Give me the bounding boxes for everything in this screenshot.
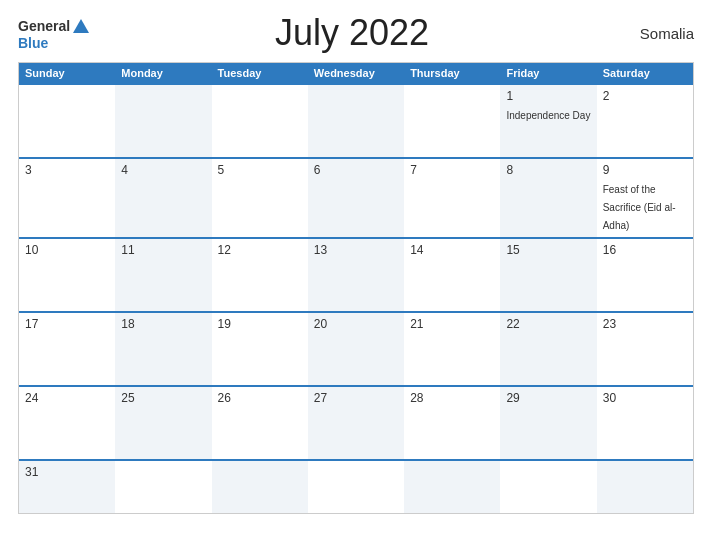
date-2: 2: [603, 89, 687, 103]
cell-w6-tue: [212, 461, 308, 513]
header-friday: Friday: [500, 63, 596, 83]
week-1: 1 Independence Day 2: [19, 83, 693, 157]
date-20: 20: [314, 317, 398, 331]
cell-w1-tue: [212, 85, 308, 157]
cell-w3-sun: 10: [19, 239, 115, 311]
week-4: 17 18 19 20 21 22 23: [19, 311, 693, 385]
cell-w6-wed: [308, 461, 404, 513]
logo-triangle-icon: [72, 17, 90, 35]
cell-w6-fri: [500, 461, 596, 513]
date-1: 1: [506, 89, 590, 103]
cell-w3-mon: 11: [115, 239, 211, 311]
date-31: 31: [25, 465, 109, 479]
cell-w5-fri: 29: [500, 387, 596, 459]
date-28: 28: [410, 391, 494, 405]
cell-w3-wed: 13: [308, 239, 404, 311]
cell-w4-thu: 21: [404, 313, 500, 385]
date-18: 18: [121, 317, 205, 331]
cell-w3-fri: 15: [500, 239, 596, 311]
cell-w2-thu: 7: [404, 159, 500, 237]
cell-w5-tue: 26: [212, 387, 308, 459]
cell-w3-thu: 14: [404, 239, 500, 311]
logo-blue-text: Blue: [18, 36, 48, 50]
date-26: 26: [218, 391, 302, 405]
header-saturday: Saturday: [597, 63, 693, 83]
svg-marker-0: [73, 19, 89, 33]
cell-w4-sun: 17: [19, 313, 115, 385]
cell-w2-mon: 4: [115, 159, 211, 237]
cell-w6-mon: [115, 461, 211, 513]
calendar-page: General Blue July 2022 Somalia Sunday Mo…: [0, 0, 712, 550]
header-tuesday: Tuesday: [212, 63, 308, 83]
cell-w1-sun: [19, 85, 115, 157]
date-16: 16: [603, 243, 687, 257]
cell-w3-sat: 16: [597, 239, 693, 311]
date-19: 19: [218, 317, 302, 331]
cell-w5-thu: 28: [404, 387, 500, 459]
cell-w6-sat: [597, 461, 693, 513]
cell-w3-tue: 12: [212, 239, 308, 311]
date-23: 23: [603, 317, 687, 331]
cell-w6-sun: 31: [19, 461, 115, 513]
header-wednesday: Wednesday: [308, 63, 404, 83]
calendar-title: July 2022: [90, 12, 614, 54]
cell-w2-fri: 8: [500, 159, 596, 237]
week-3: 10 11 12 13 14 15 16: [19, 237, 693, 311]
date-4: 4: [121, 163, 205, 177]
cell-w2-sat: 9 Feast of the Sacrifice (Eid al-Adha): [597, 159, 693, 237]
cell-w4-wed: 20: [308, 313, 404, 385]
cell-w2-wed: 6: [308, 159, 404, 237]
cell-w5-sat: 30: [597, 387, 693, 459]
date-11: 11: [121, 243, 205, 257]
date-9: 9: [603, 163, 687, 177]
cell-w4-mon: 18: [115, 313, 211, 385]
cell-w5-mon: 25: [115, 387, 211, 459]
calendar-header: Sunday Monday Tuesday Wednesday Thursday…: [19, 63, 693, 83]
date-14: 14: [410, 243, 494, 257]
date-22: 22: [506, 317, 590, 331]
week-2: 3 4 5 6 7 8 9 Feast of the Sacrifice (Ei…: [19, 157, 693, 237]
date-15: 15: [506, 243, 590, 257]
date-5: 5: [218, 163, 302, 177]
cell-w4-sat: 23: [597, 313, 693, 385]
header-sunday: Sunday: [19, 63, 115, 83]
date-6: 6: [314, 163, 398, 177]
header: General Blue July 2022 Somalia: [0, 0, 712, 62]
date-7: 7: [410, 163, 494, 177]
cell-w2-sun: 3: [19, 159, 115, 237]
date-13: 13: [314, 243, 398, 257]
cell-w2-tue: 5: [212, 159, 308, 237]
date-8: 8: [506, 163, 590, 177]
event-eid: Feast of the Sacrifice (Eid al-Adha): [603, 184, 676, 231]
cell-w1-mon: [115, 85, 211, 157]
cell-w1-thu: [404, 85, 500, 157]
logo-general-text: General: [18, 19, 70, 33]
date-17: 17: [25, 317, 109, 331]
date-25: 25: [121, 391, 205, 405]
date-3: 3: [25, 163, 109, 177]
cell-w4-fri: 22: [500, 313, 596, 385]
cell-w5-sun: 24: [19, 387, 115, 459]
date-21: 21: [410, 317, 494, 331]
cell-w6-thu: [404, 461, 500, 513]
cell-w4-tue: 19: [212, 313, 308, 385]
country-label: Somalia: [614, 25, 694, 42]
header-monday: Monday: [115, 63, 211, 83]
week-5: 24 25 26 27 28 29 30: [19, 385, 693, 459]
week-6: 31: [19, 459, 693, 513]
date-30: 30: [603, 391, 687, 405]
date-27: 27: [314, 391, 398, 405]
logo: General Blue: [18, 17, 90, 50]
cell-w1-fri: 1 Independence Day: [500, 85, 596, 157]
date-10: 10: [25, 243, 109, 257]
date-29: 29: [506, 391, 590, 405]
header-thursday: Thursday: [404, 63, 500, 83]
date-12: 12: [218, 243, 302, 257]
calendar-grid: Sunday Monday Tuesday Wednesday Thursday…: [18, 62, 694, 514]
cell-w1-wed: [308, 85, 404, 157]
cell-w1-sat: 2: [597, 85, 693, 157]
cell-w5-wed: 27: [308, 387, 404, 459]
event-independence-day: Independence Day: [506, 110, 590, 121]
date-24: 24: [25, 391, 109, 405]
